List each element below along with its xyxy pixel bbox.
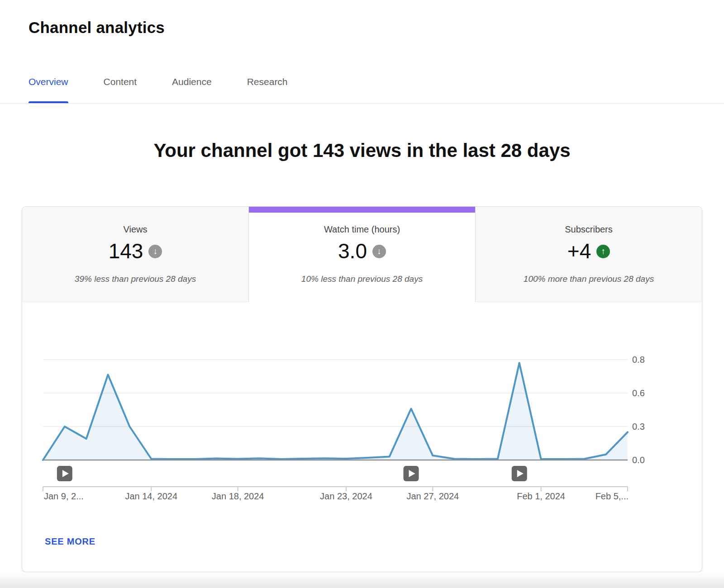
tab-research[interactable]: Research — [247, 76, 288, 103]
metric-card-subscribers[interactable]: Subscribers +4↑ 100% more than previous … — [475, 207, 702, 302]
watch-time-area — [43, 363, 628, 460]
metric-label: Subscribers — [476, 225, 702, 234]
page-bottom-gradient — [0, 572, 724, 588]
y-axis-tick-label: 0.0 — [632, 455, 645, 465]
metric-card-watch-time[interactable]: Watch time (hours) 3.0↓ 10% less than pr… — [248, 207, 475, 302]
metric-value-row: +4↑ — [476, 239, 702, 263]
page-title: Channel analytics — [29, 17, 724, 38]
metric-card-views[interactable]: Views 143↓ 39% less than previous 28 day… — [22, 207, 248, 302]
metric-value: +4 — [567, 239, 591, 263]
metric-tabs: Views 143↓ 39% less than previous 28 day… — [22, 207, 702, 302]
x-axis-tick-label: Feb 5,... — [595, 491, 629, 501]
x-axis-tick-label: Jan 27, 2024 — [407, 491, 459, 501]
watch-time-chart: 0.00.30.60.8Jan 9, 2...Jan 14, 2024Jan 1… — [22, 302, 702, 510]
metric-note: 10% less than previous 28 days — [249, 275, 475, 284]
x-axis-tick-label: Jan 9, 2... — [44, 491, 84, 501]
metric-value: 143 — [109, 239, 143, 263]
metric-value: 3.0 — [338, 239, 367, 263]
chart-canvas: 0.00.30.60.8Jan 9, 2...Jan 14, 2024Jan 1… — [22, 302, 702, 510]
tab-overview[interactable]: Overview — [29, 76, 68, 103]
y-axis-tick-label: 0.6 — [632, 388, 645, 398]
metric-note: 100% more than previous 28 days — [476, 275, 702, 284]
metric-value-row: 3.0↓ — [249, 239, 475, 263]
analytics-tab-bar: Overview Content Audience Research — [0, 38, 724, 104]
x-axis-tick-label: Jan 14, 2024 — [125, 491, 177, 501]
see-more-row: SEE MORE — [22, 510, 702, 572]
y-axis-tick-label: 0.3 — [632, 422, 645, 432]
trend-down-icon: ↓ — [372, 245, 386, 258]
metric-note: 39% less than previous 28 days — [22, 275, 248, 284]
x-axis-tick-label: Feb 1, 2024 — [517, 491, 565, 501]
metric-label: Views — [22, 225, 248, 234]
analytics-card: Views 143↓ 39% less than previous 28 day… — [22, 206, 702, 572]
summary-headline: Your channel got 143 views in the last 2… — [0, 139, 724, 162]
metric-label: Watch time (hours) — [249, 225, 475, 234]
x-axis-tick-label: Jan 23, 2024 — [320, 491, 372, 501]
tab-content[interactable]: Content — [104, 76, 137, 103]
see-more-link[interactable]: SEE MORE — [45, 536, 95, 546]
trend-down-icon: ↓ — [148, 245, 162, 258]
trend-up-icon: ↑ — [596, 245, 610, 258]
tab-audience[interactable]: Audience — [172, 76, 212, 103]
x-axis-tick-label: Jan 18, 2024 — [212, 491, 264, 501]
y-axis-tick-label: 0.8 — [632, 355, 645, 365]
metric-value-row: 143↓ — [22, 239, 248, 263]
